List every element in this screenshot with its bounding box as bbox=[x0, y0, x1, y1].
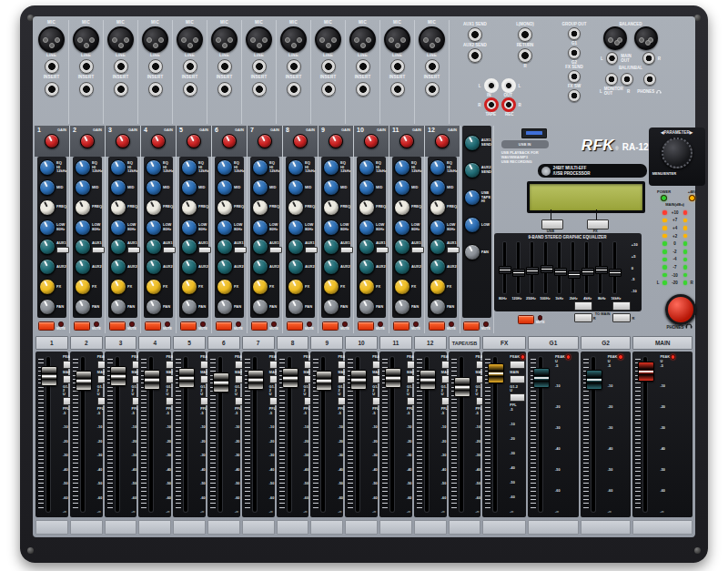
aux1-knob[interactable] bbox=[359, 239, 375, 255]
g2-to-main-l-button[interactable]: L bbox=[612, 301, 631, 311]
low-eq-knob[interactable] bbox=[252, 219, 268, 236]
geq-band-slider[interactable] bbox=[580, 242, 593, 293]
usb-tape-hi-knob[interactable] bbox=[464, 189, 480, 206]
pan-knob[interactable] bbox=[146, 299, 162, 315]
aux1-pre-button[interactable] bbox=[127, 247, 140, 253]
fader-cap[interactable] bbox=[488, 363, 504, 383]
low-eq-knob[interactable] bbox=[39, 219, 56, 236]
mid-freq-knob[interactable] bbox=[252, 199, 268, 216]
aux1-knob[interactable] bbox=[288, 239, 304, 255]
fader-cap[interactable] bbox=[350, 370, 367, 390]
pan-knob[interactable] bbox=[39, 299, 56, 315]
fader-cap[interactable] bbox=[638, 362, 654, 382]
gain-knob[interactable] bbox=[222, 134, 237, 148]
fx-send-knob[interactable] bbox=[394, 279, 410, 295]
geq-slider-cap[interactable] bbox=[581, 268, 594, 276]
gain-knob[interactable] bbox=[435, 134, 450, 148]
aux2-send-master-knob[interactable] bbox=[464, 162, 480, 178]
geq-slider-cap[interactable] bbox=[554, 268, 567, 276]
fader-cap[interactable] bbox=[41, 366, 57, 386]
aux1-pre-button[interactable] bbox=[163, 247, 176, 253]
pan-knob[interactable] bbox=[217, 299, 233, 315]
geq-band-slider[interactable] bbox=[552, 242, 566, 293]
pan-knob[interactable] bbox=[252, 299, 268, 315]
mid-eq-knob[interactable] bbox=[359, 179, 375, 196]
channel-mute-button[interactable] bbox=[109, 321, 126, 331]
aux1-knob[interactable] bbox=[110, 239, 126, 255]
aux2-knob[interactable] bbox=[394, 259, 410, 275]
gain-knob[interactable] bbox=[45, 134, 59, 148]
fader-cap[interactable] bbox=[144, 370, 160, 390]
pfl-button[interactable] bbox=[510, 393, 525, 402]
mid-eq-knob[interactable] bbox=[110, 179, 126, 196]
mid-freq-knob[interactable] bbox=[359, 199, 375, 216]
mid-freq-knob[interactable] bbox=[323, 199, 339, 216]
hi-eq-knob[interactable] bbox=[394, 159, 410, 176]
geq-band-slider[interactable] bbox=[539, 242, 552, 293]
fx-send-knob[interactable] bbox=[75, 279, 91, 295]
mid-eq-knob[interactable] bbox=[217, 179, 233, 196]
channel-mute-button[interactable] bbox=[393, 321, 410, 331]
pan-knob[interactable] bbox=[394, 299, 410, 315]
gain-knob[interactable] bbox=[364, 134, 379, 148]
mid-freq-knob[interactable] bbox=[110, 199, 126, 216]
aux2-knob[interactable] bbox=[430, 259, 446, 275]
mid-eq-knob[interactable] bbox=[146, 179, 162, 196]
pan-knob[interactable] bbox=[323, 299, 339, 315]
aux1-send-master-knob[interactable] bbox=[464, 135, 480, 151]
low-eq-knob[interactable] bbox=[323, 219, 339, 236]
geq-slider-cap[interactable] bbox=[609, 269, 622, 277]
hi-eq-knob[interactable] bbox=[75, 159, 91, 176]
mid-eq-knob[interactable] bbox=[252, 179, 268, 196]
aux1-knob[interactable] bbox=[394, 239, 410, 255]
channel-mute-button[interactable] bbox=[74, 321, 90, 331]
pan-knob[interactable] bbox=[430, 299, 446, 315]
gain-knob[interactable] bbox=[293, 134, 308, 148]
low-eq-knob[interactable] bbox=[394, 219, 410, 236]
g1-to-main-r-button[interactable]: R bbox=[574, 313, 592, 322]
low-eq-knob[interactable] bbox=[75, 219, 91, 236]
aux1-knob[interactable] bbox=[146, 239, 162, 255]
geq-slider-cap[interactable] bbox=[541, 265, 553, 273]
fx-send-knob[interactable] bbox=[288, 279, 304, 295]
gain-knob[interactable] bbox=[187, 134, 201, 148]
fader-cap[interactable] bbox=[316, 371, 332, 391]
aux1-knob[interactable] bbox=[181, 239, 197, 255]
geq-band-slider[interactable] bbox=[525, 242, 539, 293]
fader-cap[interactable] bbox=[110, 366, 126, 386]
hi-eq-knob[interactable] bbox=[252, 159, 268, 176]
geq-band-slider[interactable] bbox=[608, 242, 622, 293]
aux2-knob[interactable] bbox=[181, 259, 197, 275]
mid-freq-knob[interactable] bbox=[181, 199, 197, 216]
aux1-pre-button[interactable] bbox=[411, 247, 424, 253]
hi-eq-knob[interactable] bbox=[359, 159, 375, 176]
hi-eq-knob[interactable] bbox=[39, 159, 56, 176]
phones-level-knob[interactable] bbox=[665, 294, 696, 325]
fx-send-knob[interactable] bbox=[252, 279, 268, 295]
aux1-pre-button[interactable] bbox=[234, 247, 247, 253]
mid-freq-knob[interactable] bbox=[217, 199, 233, 216]
mid-freq-knob[interactable] bbox=[146, 199, 162, 216]
aux1-knob[interactable] bbox=[252, 239, 268, 255]
aux1-pre-button[interactable] bbox=[92, 247, 105, 253]
fx-send-knob[interactable] bbox=[430, 279, 446, 295]
fx-send-knob[interactable] bbox=[323, 279, 339, 295]
channel-mute-button[interactable] bbox=[429, 321, 445, 331]
hi-eq-knob[interactable] bbox=[430, 159, 446, 176]
g1-2-assign-button[interactable] bbox=[510, 375, 525, 383]
fader-cap[interactable] bbox=[385, 368, 401, 388]
usb-port[interactable] bbox=[521, 128, 547, 138]
hi-eq-knob[interactable] bbox=[288, 159, 304, 176]
fader-cap[interactable] bbox=[178, 368, 195, 388]
aux1-pre-button[interactable] bbox=[269, 247, 282, 253]
channel-mute-button[interactable] bbox=[145, 321, 161, 331]
low-eq-knob[interactable] bbox=[217, 219, 233, 236]
pan-knob[interactable] bbox=[75, 299, 91, 315]
fader-cap[interactable] bbox=[213, 372, 229, 393]
low-eq-knob[interactable] bbox=[146, 219, 162, 236]
fx-mute-button[interactable] bbox=[518, 315, 534, 324]
fader-cap[interactable] bbox=[533, 368, 550, 388]
mid-freq-knob[interactable] bbox=[394, 199, 410, 216]
mid-eq-knob[interactable] bbox=[288, 179, 304, 196]
mid-freq-knob[interactable] bbox=[75, 199, 91, 216]
